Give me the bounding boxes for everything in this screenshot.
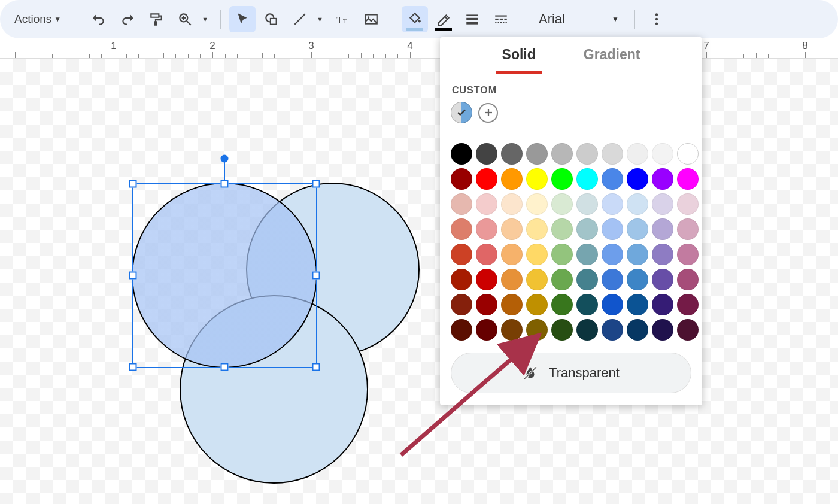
color-swatch[interactable] (551, 294, 573, 315)
fill-color-button[interactable] (402, 6, 428, 32)
color-swatch[interactable] (627, 168, 648, 190)
color-swatch[interactable] (652, 269, 673, 290)
line-tool-button[interactable] (287, 6, 313, 32)
undo-button[interactable] (86, 6, 112, 32)
color-swatch[interactable] (501, 269, 523, 290)
textbox-tool-button[interactable]: TT (329, 6, 356, 32)
color-swatch[interactable] (451, 218, 472, 240)
color-swatch[interactable] (602, 218, 623, 240)
color-swatch[interactable] (602, 193, 623, 215)
color-swatch[interactable] (451, 269, 472, 290)
tab-gradient[interactable]: Gradient (578, 37, 646, 74)
transparent-button[interactable]: Transparent (451, 353, 691, 393)
color-swatch[interactable] (501, 218, 523, 240)
color-swatch[interactable] (627, 218, 648, 240)
color-swatch[interactable] (551, 269, 573, 290)
color-swatch[interactable] (476, 319, 497, 341)
color-swatch[interactable] (602, 244, 623, 265)
color-swatch[interactable] (501, 143, 523, 165)
add-custom-color-button[interactable] (478, 103, 498, 123)
color-swatch[interactable] (476, 168, 497, 190)
color-swatch[interactable] (551, 244, 573, 265)
color-swatch[interactable] (576, 294, 598, 315)
border-weight-button[interactable] (459, 6, 485, 32)
color-swatch[interactable] (677, 143, 699, 165)
border-color-button[interactable] (430, 6, 457, 32)
color-swatch[interactable] (501, 319, 523, 341)
font-select[interactable]: Arial ▼ (532, 7, 626, 32)
color-swatch[interactable] (677, 244, 699, 265)
color-swatch[interactable] (476, 294, 497, 315)
color-swatch[interactable] (576, 143, 598, 165)
color-swatch[interactable] (652, 244, 673, 265)
caret-down-icon[interactable]: ▼ (202, 16, 208, 23)
color-swatch[interactable] (677, 218, 699, 240)
color-swatch[interactable] (526, 193, 548, 215)
color-swatch[interactable] (677, 269, 699, 290)
resize-handle[interactable] (129, 363, 137, 371)
color-swatch[interactable] (476, 143, 497, 165)
rotate-handle[interactable] (221, 155, 229, 163)
color-swatch[interactable] (652, 143, 673, 165)
color-swatch[interactable] (652, 218, 673, 240)
color-swatch[interactable] (627, 319, 648, 341)
color-swatch[interactable] (451, 294, 472, 315)
color-swatch[interactable] (627, 269, 648, 290)
color-swatch[interactable] (576, 218, 598, 240)
color-swatch[interactable] (526, 269, 548, 290)
select-tool-button[interactable] (229, 6, 256, 32)
border-dash-button[interactable] (488, 6, 514, 32)
color-swatch[interactable] (501, 294, 523, 315)
zoom-combo[interactable]: ▼ (172, 6, 212, 32)
paint-format-button[interactable] (143, 6, 169, 32)
color-swatch[interactable] (602, 143, 623, 165)
color-swatch[interactable] (526, 168, 548, 190)
more-options-button[interactable] (643, 6, 670, 32)
redo-button[interactable] (114, 6, 141, 32)
canvas[interactable] (0, 59, 838, 504)
color-swatch[interactable] (476, 244, 497, 265)
tab-solid[interactable]: Solid (496, 37, 542, 74)
color-swatch[interactable] (576, 244, 598, 265)
color-swatch[interactable] (677, 193, 699, 215)
color-swatch[interactable] (476, 193, 497, 215)
color-swatch[interactable] (652, 168, 673, 190)
shape-tool-button[interactable] (258, 6, 284, 32)
color-swatch[interactable] (551, 319, 573, 341)
color-swatch[interactable] (451, 319, 472, 341)
resize-handle[interactable] (312, 363, 320, 371)
color-swatch[interactable] (526, 294, 548, 315)
color-swatch[interactable] (501, 193, 523, 215)
color-swatch[interactable] (551, 143, 573, 165)
resize-handle[interactable] (221, 180, 229, 188)
color-swatch[interactable] (576, 168, 598, 190)
color-swatch[interactable] (576, 269, 598, 290)
resize-handle[interactable] (129, 272, 137, 280)
color-swatch[interactable] (576, 193, 598, 215)
actions-menu-button[interactable]: Actions ▼ (7, 8, 68, 31)
line-tool-combo[interactable]: ▼ (287, 6, 327, 32)
color-swatch[interactable] (551, 168, 573, 190)
color-swatch[interactable] (476, 269, 497, 290)
color-swatch[interactable] (451, 168, 472, 190)
color-swatch[interactable] (677, 168, 699, 190)
color-swatch[interactable] (551, 218, 573, 240)
color-swatch[interactable] (501, 168, 523, 190)
color-swatch[interactable] (652, 294, 673, 315)
color-swatch[interactable] (526, 143, 548, 165)
color-swatch[interactable] (627, 244, 648, 265)
color-swatch[interactable] (576, 319, 598, 341)
color-swatch[interactable] (602, 269, 623, 290)
custom-color-selected[interactable] (451, 102, 472, 123)
color-swatch[interactable] (677, 294, 699, 315)
color-swatch[interactable] (526, 218, 548, 240)
color-swatch[interactable] (652, 319, 673, 341)
color-swatch[interactable] (526, 244, 548, 265)
color-swatch[interactable] (627, 143, 648, 165)
resize-handle[interactable] (312, 272, 320, 280)
color-swatch[interactable] (501, 244, 523, 265)
color-swatch[interactable] (551, 193, 573, 215)
image-tool-button[interactable] (358, 6, 384, 32)
resize-handle[interactable] (129, 180, 137, 188)
color-swatch[interactable] (677, 319, 699, 341)
